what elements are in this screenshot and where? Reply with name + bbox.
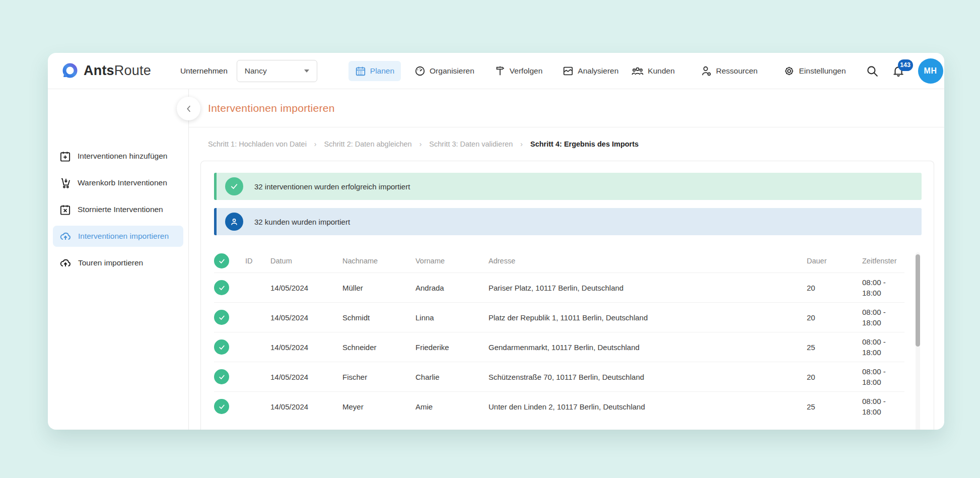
row-status [214, 310, 245, 325]
table-scrollbar-thumb[interactable] [916, 254, 920, 347]
cell-dauer: 20 [807, 284, 862, 292]
cell-datum: 14/05/2024 [270, 373, 342, 381]
cell-dauer: 25 [807, 343, 862, 352]
sidebar-item-warenkorb-interventionen[interactable]: Warenkorb Interventionen [53, 172, 183, 193]
chart-icon [563, 65, 574, 77]
table-row[interactable]: 14/05/2024 Fischer Charlie Schützenstraß… [214, 362, 904, 391]
chevron-right-icon: › [314, 140, 317, 148]
row-status [214, 369, 245, 384]
sidebar-item-interventionen-hinzufuegen[interactable]: Interventionen hinzufügen [53, 146, 183, 167]
search-icon [866, 64, 879, 78]
calendar-plus-icon [59, 151, 71, 162]
company-selector-group: Unternehmen Nancy [180, 60, 317, 82]
search-button[interactable] [866, 64, 879, 78]
app-background: AntsRoute Unternehmen Nancy Planen [0, 0, 980, 478]
header-nachname: Nachname [342, 257, 415, 265]
cell-dauer: 25 [807, 402, 862, 411]
header-datum: Datum [270, 257, 342, 265]
header-vorname: Vorname [415, 257, 488, 265]
step-3[interactable]: Schritt 3: Daten validieren [429, 140, 513, 148]
nav-planen[interactable]: Planen [348, 61, 401, 81]
info-alert-text: 32 kunden wurden importiert [254, 218, 350, 226]
step-4-active: Schritt 4: Ergebnis des Imports [530, 140, 639, 148]
nav-ressourcen[interactable]: Ressourcen [694, 61, 764, 81]
chevron-left-icon [184, 104, 193, 113]
import-result-table: ID Datum Nachname Vorname Adresse Dauer … [214, 249, 922, 421]
notifications-button[interactable]: 143 [892, 64, 905, 78]
secondary-nav: Kunden Ressourcen [625, 58, 943, 84]
cell-zeitfenster: 08:00 - 18:00 [862, 336, 905, 358]
sidebar-item-stornierte-interventionen[interactable]: Stornierte Interventionen [53, 199, 183, 220]
row-status [214, 339, 245, 355]
check-circle-icon [214, 310, 229, 325]
brand-name: AntsRoute [84, 63, 151, 79]
calendar-x-icon [59, 204, 71, 216]
check-circle-icon [214, 369, 229, 384]
header-status [214, 253, 245, 268]
calendar-icon [355, 65, 366, 77]
cell-adresse: Pariser Platz, 10117 Berlin, Deutschland [488, 284, 807, 292]
row-status [214, 399, 245, 414]
info-alert: 32 kunden wurden importiert [214, 208, 922, 235]
header-dauer: Dauer [807, 257, 862, 265]
cell-vorname: Linna [415, 313, 488, 322]
back-button[interactable] [177, 97, 200, 120]
sidebar-item-touren-importieren[interactable]: Touren importieren [53, 252, 183, 274]
nav-verfolgen[interactable]: Verfolgen [488, 61, 549, 81]
table-row[interactable]: 14/05/2024 Schmidt Linna Platz der Repub… [214, 302, 904, 332]
cloud-upload-icon [59, 257, 72, 269]
cell-vorname: Friederike [415, 343, 488, 352]
nav-kunden[interactable]: Kunden [625, 61, 681, 81]
header-adresse: Adresse [488, 257, 807, 265]
table-row[interactable]: 14/05/2024 Müller Andrada Pariser Platz,… [214, 272, 904, 302]
resources-icon [701, 65, 712, 77]
sidebar-item-interventionen-importieren[interactable]: Interventionen importieren [53, 226, 183, 247]
success-alert: 32 interventionen wurden erfolgreich imp… [214, 173, 922, 200]
cell-vorname: Amie [415, 402, 488, 411]
antsroute-logo-icon [61, 62, 79, 80]
check-circle-icon [225, 177, 243, 195]
main-nav: Planen Organisieren Verfolgen [348, 61, 625, 81]
cell-adresse: Schützenstraße 70, 10117 Berlin, Deutsch… [488, 373, 807, 381]
customers-icon [632, 65, 644, 77]
table-row[interactable]: 14/05/2024 Meyer Amie Unter den Linden 2… [214, 391, 904, 421]
cell-datum: 14/05/2024 [270, 402, 342, 411]
app-window: AntsRoute Unternehmen Nancy Planen [48, 53, 944, 430]
cell-nachname: Müller [342, 284, 415, 292]
cell-zeitfenster: 08:00 - 18:00 [862, 307, 905, 328]
cell-zeitfenster: 08:00 - 18:00 [862, 277, 905, 298]
check-circle-icon [214, 253, 229, 268]
company-select-value: Nancy [245, 66, 267, 76]
chevron-right-icon: › [520, 140, 523, 148]
nav-analysieren[interactable]: Analysieren [556, 61, 625, 81]
step-2[interactable]: Schritt 2: Daten abgleichen [324, 140, 412, 148]
step-1[interactable]: Schritt 1: Hochladen von Datei [208, 140, 307, 148]
table-row[interactable]: 14/05/2024 Schneider Friederike Gendarme… [214, 332, 904, 362]
cell-datum: 14/05/2024 [270, 313, 342, 322]
sidebar: Interventionen hinzufügen Warenkorb Inte… [48, 89, 189, 430]
gear-icon [784, 65, 795, 77]
result-panel: 32 interventionen wurden erfolgreich imp… [200, 161, 934, 430]
page-title: Interventionen importieren [208, 102, 335, 114]
nav-organisieren[interactable]: Organisieren [408, 61, 481, 81]
main-content: Interventionen importieren Schritt 1: Ho… [189, 89, 944, 430]
cell-nachname: Fischer [342, 373, 415, 381]
company-label: Unternehmen [180, 66, 228, 76]
header-zeitfenster: Zeitfenster [862, 257, 904, 265]
user-avatar[interactable]: MH [918, 58, 943, 84]
cell-dauer: 20 [807, 313, 862, 322]
check-circle-icon [214, 339, 229, 355]
top-navbar: AntsRoute Unternehmen Nancy Planen [48, 53, 944, 89]
table-header-row: ID Datum Nachname Vorname Adresse Dauer … [214, 249, 904, 272]
company-select[interactable]: Nancy [237, 60, 317, 82]
cell-adresse: Platz der Republik 1, 11011 Berlin, Deut… [488, 313, 807, 322]
brand-logo[interactable]: AntsRoute [61, 62, 151, 80]
signpost-icon [495, 65, 506, 77]
cloud-upload-icon [59, 230, 72, 242]
title-bar: Interventionen importieren [189, 89, 944, 127]
notifications-badge: 143 [898, 59, 913, 71]
nav-einstellungen[interactable]: Einstellungen [777, 61, 852, 81]
cell-nachname: Schmidt [342, 313, 415, 322]
row-status [214, 280, 245, 295]
cell-vorname: Andrada [415, 284, 488, 292]
